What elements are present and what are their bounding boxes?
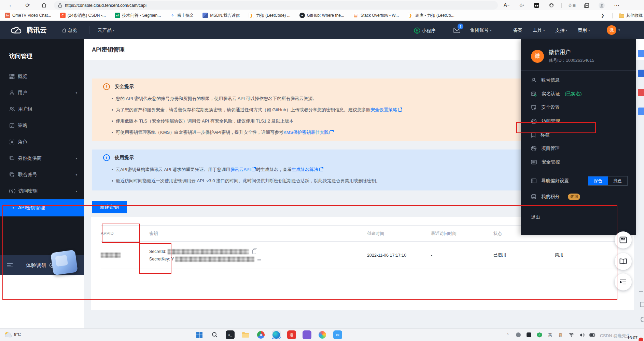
taskbar-clock[interactable]: 13:07 [627, 336, 638, 340]
bookmark-stackoverflow[interactable]: ▤Stack Overflow - W... [353, 13, 399, 18]
home-icon[interactable] [39, 1, 49, 9]
bookmarks-overflow-chevron[interactable]: ❯ [601, 13, 604, 18]
docs-feedback-button[interactable] [615, 231, 632, 248]
logout-button[interactable]: 退出 [521, 207, 636, 228]
col-last-access: 最近访问时间 [431, 231, 493, 237]
nav-products[interactable]: 云产品▾ [98, 27, 114, 33]
chat-app-icon[interactable]: ✉ [333, 330, 342, 339]
sidebar-item-user-groups[interactable]: 用户组 [0, 101, 84, 117]
panel-item-tags[interactable]: 标签 [521, 128, 636, 142]
edge-sidebar-icon[interactable] [638, 89, 644, 96]
file-explorer-icon[interactable] [241, 330, 250, 339]
purple-app-icon[interactable] [303, 330, 311, 339]
bookmark-csdn[interactable]: C(24条消息) CSDN -... [60, 13, 106, 18]
documentation-button[interactable] [615, 253, 632, 270]
bookmark-ometv[interactable]: tvOmeTV Video Chat... [5, 13, 51, 18]
start-button[interactable] [195, 330, 204, 339]
chrome-icon[interactable] [256, 330, 265, 339]
security-policy-link[interactable]: 安全设置策略 [370, 107, 397, 112]
signature-algorithm-link[interactable]: 生成签名算法 [292, 167, 318, 172]
edge-sidebar-icon[interactable] [638, 108, 644, 115]
nav-overview[interactable]: 总览 [62, 27, 77, 33]
network-icon[interactable] [568, 331, 575, 339]
nav-support[interactable]: 支持▾ [555, 27, 568, 33]
nav-group-account[interactable]: 集团账号▾ [470, 27, 492, 33]
tray-antivirus-icon[interactable]: ✓ [536, 331, 543, 339]
copy-icon-partial[interactable] [257, 259, 261, 260]
ime-language-indicator[interactable]: 英 [546, 331, 554, 339]
back-icon[interactable]: ← [6, 1, 16, 9]
battery-icon[interactable] [589, 331, 596, 339]
bookmark-github[interactable]: ●GitHub: Where the... [299, 13, 344, 18]
copy-icon[interactable] [252, 250, 256, 254]
search-taskbar-icon[interactable] [210, 330, 219, 339]
tencent-cloud-logo[interactable]: 腾讯云 [10, 26, 47, 35]
sidebar-item-users[interactable]: 用户▾ [0, 85, 84, 101]
account-panel: 微 微信用户 账号ID：100026354615 账号信息 实名认证 (已实名)… [521, 39, 636, 235]
panel-item-security-settings[interactable]: 安全设置 [521, 101, 636, 114]
nav-account-avatar[interactable]: 微 ▾ [607, 25, 620, 35]
bookmark-segmentfault[interactable]: sf技术问答 - Segmen... [115, 13, 161, 18]
profile-icon[interactable] [597, 1, 607, 10]
collapse-icon[interactable] [7, 263, 13, 268]
youdao-app-icon[interactable]: 道 [287, 330, 296, 339]
edge-icon-active[interactable] [272, 330, 281, 339]
panel-item-project-management[interactable]: 项目管理 [521, 142, 636, 155]
tray-circle-icon[interactable] [515, 331, 522, 339]
nav-mini-program[interactable]: 小程序 [414, 27, 436, 34]
bookmark-leetcode-problems[interactable]: ❱题库 - 力扣 (LeetCo... [408, 13, 454, 18]
theme-light-option[interactable]: 浅色 [608, 176, 627, 185]
sidebar-item-identity-providers[interactable]: 身份提供商▾ [0, 150, 84, 167]
nav-billing[interactable]: 费用▾ [578, 27, 590, 33]
theme-dark-option[interactable]: 深色 [588, 176, 608, 185]
nav-beian[interactable]: 备案 [513, 27, 522, 33]
panel-item-security-control[interactable]: 安全管控 [521, 155, 636, 169]
nav-messages[interactable]: 1 [453, 28, 460, 33]
edge-sidebar-icon[interactable] [638, 70, 644, 77]
panel-item-access-management[interactable]: 访问管理 [521, 114, 636, 128]
kms-best-practice-link[interactable]: KMS保护密钥最佳实践 [283, 130, 328, 135]
ime-mode-indicator[interactable]: 拼 [557, 331, 564, 339]
lock-icon [58, 3, 62, 8]
terminal-app-icon[interactable]: >_ [226, 330, 235, 339]
nav-tools[interactable]: 工具▾ [533, 27, 545, 33]
sidebar-item-api-key-management[interactable]: API密钥管理 [0, 199, 84, 216]
address-bar[interactable]: https://console.cloud.tencent.com/cam/ca… [54, 1, 498, 10]
colorful-app-icon[interactable] [318, 330, 327, 339]
weather-widget[interactable]: 9°C [3, 330, 21, 339]
notification-badge[interactable] [639, 338, 643, 341]
read-aloud-icon[interactable]: A⤳ [501, 1, 512, 10]
add-favorite-icon[interactable]: ☆+ [516, 1, 527, 10]
create-key-button[interactable]: 新建密钥 [92, 201, 127, 213]
survey-banner[interactable]: 体验调研 [0, 255, 84, 275]
tray-dark-app-icon[interactable] [525, 331, 533, 339]
panel-item-identity-verification[interactable]: 实名认证 (已实名) [521, 87, 636, 101]
tencent-cloud-api-link[interactable]: 腾讯云API [230, 167, 251, 172]
extensions-icon[interactable] [546, 1, 557, 10]
redacted-secret-key [175, 257, 254, 262]
bookmark-juejin[interactable]: ✧稀土掘金 [170, 13, 194, 18]
sidebar-item-overview[interactable]: 概览 [0, 68, 84, 85]
other-favorites-folder[interactable]: 其他收藏 [619, 13, 643, 18]
sidebar-item-policies[interactable]: 策略 [0, 117, 84, 134]
sign-in-badge[interactable]: 签到 [568, 194, 580, 200]
volume-icon[interactable] [578, 331, 586, 339]
sidebar-item-access-keys[interactable]: 访问密钥▴ [0, 183, 84, 199]
settings-menu-icon[interactable]: ⋯ [612, 1, 622, 10]
bookmark-msdn[interactable]: MSDN,我告诉你 [202, 13, 240, 18]
refresh-icon[interactable]: ⟳ [23, 1, 33, 9]
bookmark-leetcode[interactable]: ❱力扣 (LeetCode) ... [249, 13, 291, 18]
panel-item-account-info[interactable]: 账号信息 [521, 73, 636, 87]
sidebar-item-federated-accounts[interactable]: 联合账号▾ [0, 167, 84, 183]
disable-key-link[interactable]: 禁用 [555, 252, 625, 258]
external-link-icon [330, 130, 333, 134]
edge-sidebar-icon[interactable] [638, 50, 644, 57]
collections-icon[interactable] [582, 1, 592, 10]
quick-entry-button[interactable] [615, 273, 632, 290]
sidebar-item-roles[interactable]: 角色 [0, 134, 84, 150]
tray-expand-icon[interactable]: ⌃ [504, 331, 512, 339]
workspaces-icon[interactable] [531, 1, 542, 10]
role-icon [9, 139, 15, 145]
panel-item-points[interactable]: 我的积分 签到 [521, 190, 636, 203]
favorites-bar-icon[interactable]: ☆≡ [566, 1, 577, 10]
